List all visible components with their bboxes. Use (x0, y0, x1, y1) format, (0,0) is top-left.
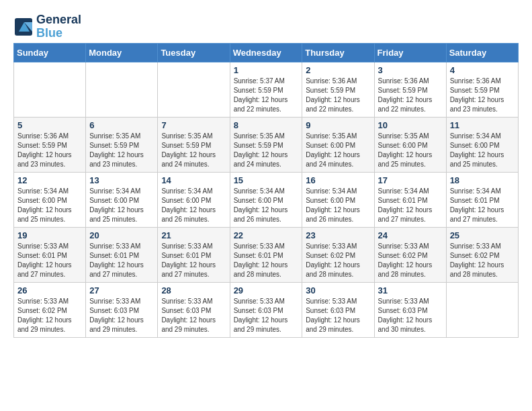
logo-icon (13, 17, 34, 37)
day-number: 9 (306, 120, 370, 130)
day-number: 14 (161, 175, 226, 185)
calendar-cell: 25Sunrise: 5:33 AMSunset: 6:02 PMDayligh… (446, 227, 518, 282)
day-info: Sunrise: 5:33 AMSunset: 6:01 PMDaylight:… (89, 242, 154, 279)
day-number: 24 (378, 230, 443, 240)
day-number: 8 (234, 120, 299, 130)
day-info: Sunrise: 5:33 AMSunset: 6:01 PMDaylight:… (234, 242, 299, 279)
calendar-cell (446, 282, 518, 337)
day-number: 22 (234, 230, 299, 240)
day-info: Sunrise: 5:34 AMSunset: 6:00 PMDaylight:… (234, 187, 299, 224)
calendar-cell (14, 62, 86, 117)
calendar-cell: 8Sunrise: 5:35 AMSunset: 5:59 PMDaylight… (230, 117, 302, 172)
logo-text: GeneralBlue (36, 13, 81, 40)
day-info: Sunrise: 5:33 AMSunset: 6:01 PMDaylight:… (17, 242, 82, 279)
day-info: Sunrise: 5:36 AMSunset: 5:59 PMDaylight:… (306, 77, 370, 114)
calendar-cell: 23Sunrise: 5:33 AMSunset: 6:02 PMDayligh… (302, 227, 374, 282)
day-number: 16 (306, 175, 370, 185)
day-info: Sunrise: 5:33 AMSunset: 6:02 PMDaylight:… (378, 242, 443, 279)
logo: GeneralBlue (13, 13, 81, 40)
day-number: 7 (161, 120, 226, 130)
day-number: 29 (234, 285, 299, 295)
calendar-cell: 28Sunrise: 5:33 AMSunset: 6:03 PMDayligh… (158, 282, 230, 337)
day-number: 13 (89, 175, 154, 185)
day-info: Sunrise: 5:33 AMSunset: 6:01 PMDaylight:… (161, 242, 226, 279)
day-info: Sunrise: 5:34 AMSunset: 6:00 PMDaylight:… (89, 187, 154, 224)
weekday-header-wednesday: Wednesday (230, 43, 302, 62)
calendar-cell: 5Sunrise: 5:36 AMSunset: 5:59 PMDaylight… (14, 117, 86, 172)
calendar-cell: 22Sunrise: 5:33 AMSunset: 6:01 PMDayligh… (230, 227, 302, 282)
calendar-cell: 4Sunrise: 5:36 AMSunset: 5:59 PMDaylight… (446, 62, 518, 117)
calendar-cell (86, 62, 158, 117)
calendar-cell: 26Sunrise: 5:33 AMSunset: 6:02 PMDayligh… (14, 282, 86, 337)
calendar-week-5: 26Sunrise: 5:33 AMSunset: 6:02 PMDayligh… (14, 282, 519, 337)
calendar-cell: 13Sunrise: 5:34 AMSunset: 6:00 PMDayligh… (86, 172, 158, 227)
day-info: Sunrise: 5:33 AMSunset: 6:02 PMDaylight:… (450, 242, 515, 279)
calendar-cell: 10Sunrise: 5:35 AMSunset: 6:00 PMDayligh… (374, 117, 446, 172)
day-number: 6 (89, 120, 154, 130)
day-info: Sunrise: 5:33 AMSunset: 6:03 PMDaylight:… (89, 297, 154, 334)
day-info: Sunrise: 5:33 AMSunset: 6:03 PMDaylight:… (234, 297, 299, 334)
day-info: Sunrise: 5:35 AMSunset: 6:00 PMDaylight:… (306, 132, 370, 169)
day-number: 25 (450, 230, 515, 240)
day-info: Sunrise: 5:35 AMSunset: 6:00 PMDaylight:… (378, 132, 443, 169)
day-number: 31 (378, 285, 443, 295)
calendar-cell: 31Sunrise: 5:33 AMSunset: 6:03 PMDayligh… (374, 282, 446, 337)
day-info: Sunrise: 5:34 AMSunset: 6:00 PMDaylight:… (306, 187, 370, 224)
day-info: Sunrise: 5:34 AMSunset: 6:00 PMDaylight:… (161, 187, 226, 224)
calendar-cell: 17Sunrise: 5:34 AMSunset: 6:01 PMDayligh… (374, 172, 446, 227)
calendar-cell: 12Sunrise: 5:34 AMSunset: 6:00 PMDayligh… (14, 172, 86, 227)
weekday-header-thursday: Thursday (302, 43, 374, 62)
day-info: Sunrise: 5:34 AMSunset: 6:00 PMDaylight:… (17, 187, 82, 224)
day-number: 28 (161, 285, 226, 295)
calendar-cell: 9Sunrise: 5:35 AMSunset: 6:00 PMDaylight… (302, 117, 374, 172)
day-info: Sunrise: 5:33 AMSunset: 6:02 PMDaylight:… (17, 297, 82, 334)
day-info: Sunrise: 5:36 AMSunset: 5:59 PMDaylight:… (450, 77, 515, 114)
day-info: Sunrise: 5:34 AMSunset: 6:00 PMDaylight:… (450, 132, 515, 169)
day-info: Sunrise: 5:37 AMSunset: 5:59 PMDaylight:… (234, 77, 299, 114)
day-number: 20 (89, 230, 154, 240)
calendar-cell: 20Sunrise: 5:33 AMSunset: 6:01 PMDayligh… (86, 227, 158, 282)
day-number: 5 (17, 120, 82, 130)
day-number: 17 (378, 175, 443, 185)
calendar-cell: 6Sunrise: 5:35 AMSunset: 5:59 PMDaylight… (86, 117, 158, 172)
calendar-cell: 1Sunrise: 5:37 AMSunset: 5:59 PMDaylight… (230, 62, 302, 117)
weekday-header-tuesday: Tuesday (158, 43, 230, 62)
day-number: 2 (306, 65, 370, 75)
calendar-cell: 27Sunrise: 5:33 AMSunset: 6:03 PMDayligh… (86, 282, 158, 337)
day-number: 3 (378, 65, 443, 75)
day-info: Sunrise: 5:35 AMSunset: 5:59 PMDaylight:… (234, 132, 299, 169)
calendar-cell: 2Sunrise: 5:36 AMSunset: 5:59 PMDaylight… (302, 62, 374, 117)
day-number: 27 (89, 285, 154, 295)
calendar-cell: 24Sunrise: 5:33 AMSunset: 6:02 PMDayligh… (374, 227, 446, 282)
calendar-cell: 16Sunrise: 5:34 AMSunset: 6:00 PMDayligh… (302, 172, 374, 227)
calendar-table: SundayMondayTuesdayWednesdayThursdayFrid… (13, 43, 519, 338)
day-info: Sunrise: 5:33 AMSunset: 6:03 PMDaylight:… (161, 297, 226, 334)
weekday-header-friday: Friday (374, 43, 446, 62)
day-number: 1 (234, 65, 299, 75)
weekday-header-monday: Monday (86, 43, 158, 62)
calendar-body: 1Sunrise: 5:37 AMSunset: 5:59 PMDaylight… (14, 62, 519, 337)
calendar-cell: 15Sunrise: 5:34 AMSunset: 6:00 PMDayligh… (230, 172, 302, 227)
day-number: 26 (17, 285, 82, 295)
calendar-cell: 29Sunrise: 5:33 AMSunset: 6:03 PMDayligh… (230, 282, 302, 337)
day-info: Sunrise: 5:35 AMSunset: 5:59 PMDaylight:… (89, 132, 154, 169)
day-info: Sunrise: 5:34 AMSunset: 6:01 PMDaylight:… (450, 187, 515, 224)
day-number: 11 (450, 120, 515, 130)
day-number: 15 (234, 175, 299, 185)
day-number: 30 (306, 285, 370, 295)
day-info: Sunrise: 5:33 AMSunset: 6:02 PMDaylight:… (306, 242, 370, 279)
calendar-week-4: 19Sunrise: 5:33 AMSunset: 6:01 PMDayligh… (14, 227, 519, 282)
page-header: GeneralBlue (13, 13, 519, 40)
calendar-cell: 7Sunrise: 5:35 AMSunset: 5:59 PMDaylight… (158, 117, 230, 172)
day-info: Sunrise: 5:35 AMSunset: 5:59 PMDaylight:… (161, 132, 226, 169)
day-info: Sunrise: 5:36 AMSunset: 5:59 PMDaylight:… (17, 132, 82, 169)
calendar-cell: 11Sunrise: 5:34 AMSunset: 6:00 PMDayligh… (446, 117, 518, 172)
calendar-header-row: SundayMondayTuesdayWednesdayThursdayFrid… (14, 43, 519, 62)
calendar-week-3: 12Sunrise: 5:34 AMSunset: 6:00 PMDayligh… (14, 172, 519, 227)
day-number: 21 (161, 230, 226, 240)
day-number: 18 (450, 175, 515, 185)
day-number: 23 (306, 230, 370, 240)
day-info: Sunrise: 5:33 AMSunset: 6:03 PMDaylight:… (378, 297, 443, 334)
day-info: Sunrise: 5:36 AMSunset: 5:59 PMDaylight:… (378, 77, 443, 114)
calendar-cell: 21Sunrise: 5:33 AMSunset: 6:01 PMDayligh… (158, 227, 230, 282)
